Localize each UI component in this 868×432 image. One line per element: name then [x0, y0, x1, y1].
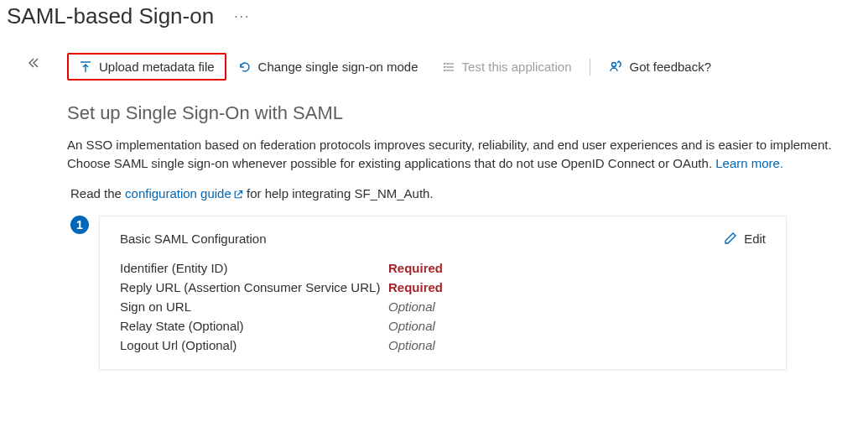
config-value: Optional — [388, 338, 766, 352]
undo-icon — [238, 60, 252, 74]
step-badge: 1 — [70, 216, 89, 234]
config-label: Logout Url (Optional) — [120, 338, 388, 352]
feedback-label: Got feedback? — [629, 60, 711, 74]
config-label: Reply URL (Assertion Consumer Service UR… — [120, 280, 388, 294]
collapse-panel-button[interactable] — [0, 53, 67, 72]
config-label: Relay State (Optional) — [120, 319, 388, 333]
basic-saml-card: Basic SAML Configuration Edit Identifier… — [99, 216, 787, 370]
upload-icon — [79, 60, 92, 74]
config-label: Sign on URL — [120, 299, 388, 314]
learn-more-link[interactable]: Learn more. — [715, 156, 783, 170]
card-header: Basic SAML Configuration Edit — [120, 232, 766, 246]
edit-button[interactable]: Edit — [724, 232, 766, 246]
guide-prefix: Read the — [70, 186, 125, 200]
section-description: An SSO implementation based on federatio… — [67, 136, 834, 173]
svg-point-0 — [612, 62, 616, 66]
pencil-icon — [724, 232, 737, 245]
external-link-icon — [233, 190, 243, 200]
card-title: Basic SAML Configuration — [120, 232, 267, 246]
page-title-bar: SAML-based Sign-on ··· — [7, 3, 868, 29]
toolbar-separator — [590, 59, 590, 75]
config-label: Identifier (Entity ID) — [120, 261, 388, 275]
feedback-button[interactable]: Got feedback? — [597, 53, 723, 81]
upload-metadata-button[interactable]: Upload metadata file — [67, 53, 226, 81]
config-table: Identifier (Entity ID) Required Reply UR… — [120, 261, 766, 352]
edit-label: Edit — [744, 232, 766, 246]
change-mode-button[interactable]: Change single sign-on mode — [226, 53, 430, 81]
command-toolbar: Upload metadata file Change single sign-… — [67, 53, 834, 81]
guide-suffix: for help integrating SF_NM_Auth. — [243, 186, 434, 200]
checklist-icon — [442, 60, 455, 74]
page-title: SAML-based Sign-on — [7, 3, 214, 29]
config-value: Required — [388, 280, 766, 294]
step-1-row: 1 Basic SAML Configuration Edit Identif — [70, 216, 834, 370]
feedback-icon — [609, 60, 622, 74]
change-mode-label: Change single sign-on mode — [258, 60, 418, 74]
test-application-label: Test this application — [462, 60, 572, 74]
more-menu-button[interactable]: ··· — [234, 9, 250, 24]
test-application-button: Test this application — [430, 53, 584, 81]
configuration-guide-line: Read the configuration guide for help in… — [70, 186, 834, 200]
config-value: Required — [388, 261, 766, 275]
chevron-double-left-icon — [27, 56, 40, 70]
config-value: Optional — [388, 319, 766, 333]
upload-metadata-label: Upload metadata file — [99, 60, 215, 74]
configuration-guide-link[interactable]: configuration guide — [125, 186, 243, 200]
section-heading: Set up Single Sign-On with SAML — [67, 102, 834, 124]
config-value: Optional — [388, 299, 766, 314]
